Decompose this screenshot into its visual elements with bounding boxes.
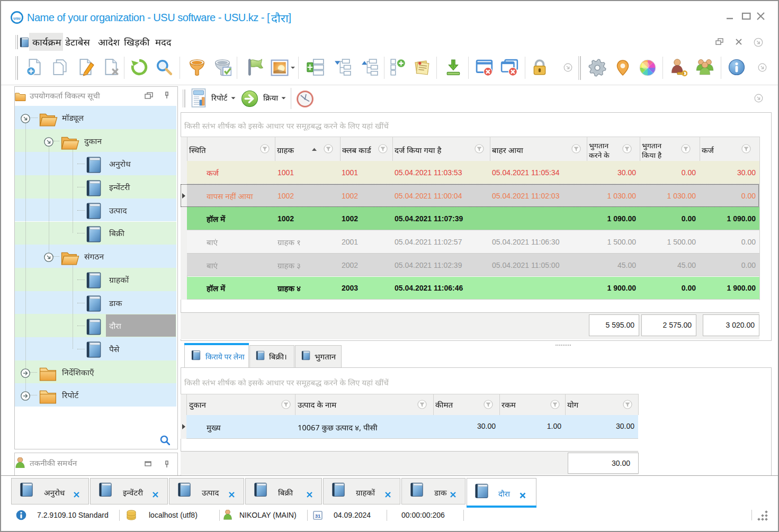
svg-text:usu: usu	[13, 16, 21, 21]
svg-text:31: 31	[315, 513, 321, 519]
